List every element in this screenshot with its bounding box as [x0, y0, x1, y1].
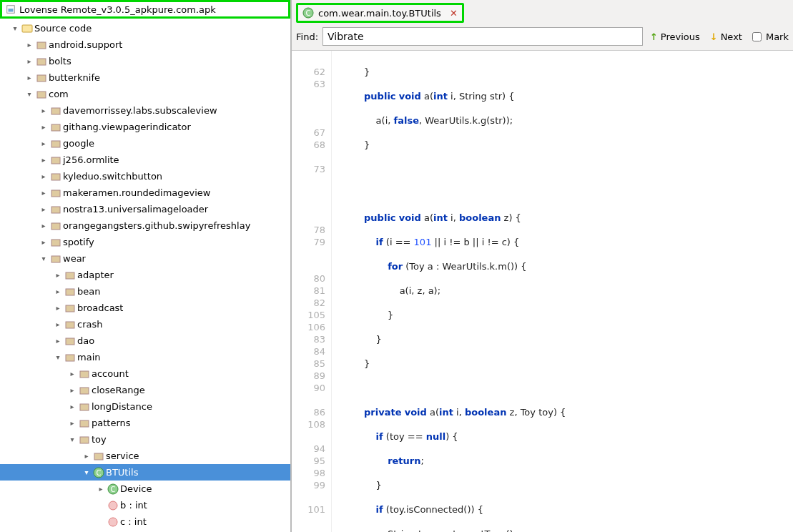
svg-text:C: C	[111, 486, 116, 493]
close-icon[interactable]: ✕	[450, 8, 458, 19]
tree-node-kyleduo[interactable]: ▸kyleduo.switchbutton	[0, 168, 290, 184]
tree-node-closerange[interactable]: ▸closeRange	[0, 382, 290, 398]
editor-tab[interactable]: C com.wear.main.toy.BTUtils ✕	[296, 3, 464, 23]
chevron-right-icon[interactable]: ▸	[67, 369, 77, 379]
tree-node-device[interactable]: ▸CDevice	[0, 481, 290, 497]
code-line: }	[340, 139, 370, 150]
code-token: null	[426, 431, 445, 442]
package-icon	[50, 154, 61, 166]
chevron-right-icon[interactable]: ▸	[39, 155, 49, 165]
code-token: a(	[421, 212, 433, 223]
chevron-right-icon[interactable]: ▸	[53, 270, 63, 280]
chevron-right-icon[interactable]: ▸	[39, 221, 49, 231]
tree-node-githang[interactable]: ▸githang.viewpagerindicator	[0, 119, 290, 135]
svg-rect-17	[66, 272, 74, 279]
chevron-right-icon[interactable]: ▸	[24, 56, 34, 66]
previous-button[interactable]: ↑Previous	[647, 30, 703, 44]
chevron-right-icon[interactable]: ▸	[39, 188, 49, 198]
code-token: int	[439, 407, 453, 418]
svg-rect-7	[51, 108, 60, 114]
tree-label: kyleduo.switchbutton	[63, 171, 162, 182]
tree-node-wear[interactable]: ▾wear	[0, 250, 290, 267]
tree-node-butterknife[interactable]: ▸ butterknife	[0, 69, 290, 86]
tree-node-crash[interactable]: ▸crash	[0, 316, 290, 332]
tree-node-field-c[interactable]: ·c : int	[0, 513, 290, 530]
package-icon	[64, 286, 76, 297]
tree-node-adapter[interactable]: ▸adapter	[0, 267, 290, 283]
tree-node-bolts[interactable]: ▸ bolts	[0, 53, 290, 69]
find-input[interactable]	[322, 27, 643, 46]
chevron-down-icon[interactable]: ▾	[53, 353, 63, 363]
mark-label: Mark	[766, 31, 789, 42]
code-token: void	[399, 91, 421, 102]
tree-node-bean[interactable]: ▸bean	[0, 283, 290, 300]
tree-node-dao[interactable]: ▸dao	[0, 332, 290, 349]
chevron-right-icon[interactable]: ▸	[53, 320, 63, 330]
tree-node-android-support[interactable]: ▸ android.support	[0, 36, 290, 53]
next-button[interactable]: ↓Next	[707, 30, 745, 44]
chevron-right-icon[interactable]: ▸	[67, 418, 77, 428]
code-line: a(i, z, a);	[340, 285, 440, 296]
tree-node-field-b[interactable]: ·b : int	[0, 497, 290, 513]
chevron-right-icon[interactable]: ▸	[82, 451, 92, 461]
chevron-right-icon[interactable]: ▸	[53, 303, 63, 313]
chevron-down-icon[interactable]: ▾	[10, 24, 20, 34]
chevron-right-icon[interactable]: ▸	[53, 336, 63, 346]
svg-rect-2	[22, 25, 32, 32]
code-area[interactable]: } public void a(int i, String str) { a(i…	[332, 51, 793, 532]
tree-node-service[interactable]: ▸service	[0, 448, 290, 464]
svg-text:C: C	[306, 9, 311, 17]
chevron-right-icon[interactable]: ▸	[39, 139, 49, 149]
code-token: int	[433, 212, 448, 223]
chevron-right-icon[interactable]: ▸	[39, 172, 49, 182]
tree-node-nostra13[interactable]: ▸nostra13.universalimageloader	[0, 201, 290, 217]
tree-node-orangegangsters[interactable]: ▸orangegangsters.github.swipyrefreshlay	[0, 217, 290, 234]
package-icon	[50, 253, 61, 265]
chevron-right-icon[interactable]: ▸	[53, 287, 63, 297]
tree-node-toy[interactable]: ▾toy	[0, 431, 290, 448]
chevron-right-icon[interactable]: ▸	[96, 484, 106, 494]
code-token: z, Toy toy) {	[506, 407, 566, 418]
chevron-down-icon[interactable]: ▾	[39, 254, 49, 264]
tree-node-main[interactable]: ▾main	[0, 349, 290, 365]
tree-label: closeRange	[92, 385, 145, 395]
mark-checkbox[interactable]	[752, 32, 762, 41]
chevron-right-icon[interactable]: ▸	[24, 73, 34, 83]
chevron-right-icon[interactable]: ▸	[67, 402, 77, 412]
tree-root[interactable]: Lovense Remote_v3.0.5_apkpure.com.apk	[0, 0, 290, 19]
tree-node-spotify[interactable]: ▸spotify	[0, 234, 290, 250]
package-icon	[50, 220, 61, 232]
tree-node-davemorrissey[interactable]: ▸davemorrissey.labs.subscaleview	[0, 102, 290, 119]
chevron-down-icon[interactable]: ▾	[82, 468, 92, 478]
chevron-down-icon[interactable]: ▾	[67, 435, 77, 445]
tree-node-google[interactable]: ▸google	[0, 135, 290, 152]
code-token: void	[405, 407, 427, 418]
chevron-right-icon[interactable]: ▸	[39, 106, 49, 116]
chevron-right-icon[interactable]: ▸	[67, 385, 77, 395]
package-icon	[79, 434, 90, 445]
tree-node-com[interactable]: ▾ com	[0, 86, 290, 102]
tree-node-btutils[interactable]: ▾CBTUtils	[0, 464, 290, 481]
code-editor[interactable]: 6263676873787980818210510683848589908610…	[292, 51, 793, 532]
tree-node-patterns[interactable]: ▸patterns	[0, 415, 290, 431]
tree-node-account[interactable]: ▸account	[0, 365, 290, 382]
tree-node-source-code[interactable]: ▾ Source code	[0, 20, 290, 36]
editor-panel: C com.wear.main.toy.BTUtils ✕ Find: ↑Pre…	[292, 0, 793, 532]
find-bar: Find: ↑Previous ↓Next Mark	[292, 23, 793, 51]
chevron-right-icon[interactable]: ▸	[39, 122, 49, 132]
tree-node-broadcast[interactable]: ▸broadcast	[0, 300, 290, 316]
code-token: a(	[421, 91, 433, 102]
arrow-up-icon: ↑	[650, 31, 658, 42]
chevron-right-icon[interactable]: ▸	[24, 40, 34, 50]
chevron-down-icon[interactable]: ▾	[24, 89, 34, 99]
find-label: Find:	[296, 31, 318, 42]
code-token: if	[376, 237, 383, 247]
tree-body[interactable]: ▾ Source code ▸ android.support ▸ bolts …	[0, 19, 290, 532]
tree-node-makeramen[interactable]: ▸makeramen.roundedimageview	[0, 184, 290, 201]
package-icon	[64, 335, 76, 347]
chevron-right-icon[interactable]: ▸	[39, 237, 49, 247]
package-icon	[50, 105, 61, 117]
tree-node-j256[interactable]: ▸j256.ormlite	[0, 152, 290, 168]
tree-node-longdistance[interactable]: ▸longDistance	[0, 398, 290, 415]
chevron-right-icon[interactable]: ▸	[39, 205, 49, 215]
